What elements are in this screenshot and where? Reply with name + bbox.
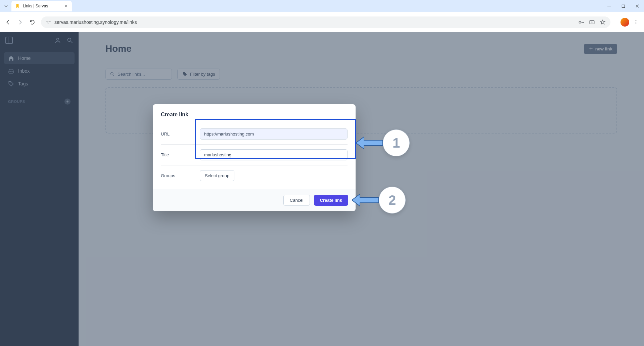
bookmark-icon [15,3,20,9]
svg-point-8 [636,23,636,24]
address-bar[interactable]: servas.mariushosting.synology.me/links [41,16,610,28]
maximize-button[interactable] [619,2,627,10]
svg-point-3 [48,23,49,23]
tab-title: Links | Servas [23,4,60,8]
annotation-step-2: 2 [379,187,406,214]
url-label: URL [161,131,200,137]
svg-point-6 [636,20,636,21]
form-row-groups: Groups Select group [161,165,348,186]
minimize-button[interactable] [605,2,613,10]
password-icon[interactable] [578,19,584,25]
site-settings-icon[interactable] [46,20,51,25]
back-button[interactable] [3,17,13,28]
bookmark-star-icon[interactable] [600,19,606,25]
url-text: servas.mariushosting.synology.me/links [54,20,575,25]
forward-button[interactable] [15,17,26,28]
title-label: Title [161,152,200,157]
reload-button[interactable] [27,17,38,28]
form-row-title: Title [161,145,348,165]
tabs-dropdown-button[interactable] [3,3,9,9]
svg-rect-1 [622,5,625,7]
annotation-arrow-1: 1 [356,129,410,156]
window-controls [605,2,641,10]
groups-label: Groups [161,173,200,178]
svg-point-4 [579,21,581,23]
close-window-button[interactable] [633,2,641,10]
modal-footer: Cancel Create link [153,189,356,211]
svg-point-7 [636,22,636,22]
title-input[interactable] [200,149,348,160]
browser-tab[interactable]: Links | Servas × [11,1,72,11]
annotation-arrow-2: 2 [352,187,406,214]
profile-avatar[interactable] [620,18,629,27]
select-group-button[interactable]: Select group [200,170,234,181]
browser-chrome: Links | Servas × servas.mariushosting.sy… [0,0,644,32]
form-row-url: URL [161,124,348,145]
nav-bar: servas.mariushosting.synology.me/links [0,12,644,32]
tab-bar: Links | Servas × [0,0,644,12]
arrow-left-icon [356,136,383,150]
install-icon[interactable] [589,19,595,25]
url-input[interactable] [200,128,348,140]
annotation-step-1: 1 [383,129,410,156]
arrow-left-icon [352,193,379,207]
browser-menu-button[interactable] [631,20,641,25]
cancel-button[interactable]: Cancel [283,195,310,206]
close-icon[interactable]: × [63,3,68,9]
address-actions [578,19,606,25]
modal-title: Create link [161,112,348,118]
svg-point-2 [47,23,47,23]
create-link-modal: Create link URL Title Groups Select grou… [153,104,356,211]
create-link-button[interactable]: Create link [314,195,348,206]
